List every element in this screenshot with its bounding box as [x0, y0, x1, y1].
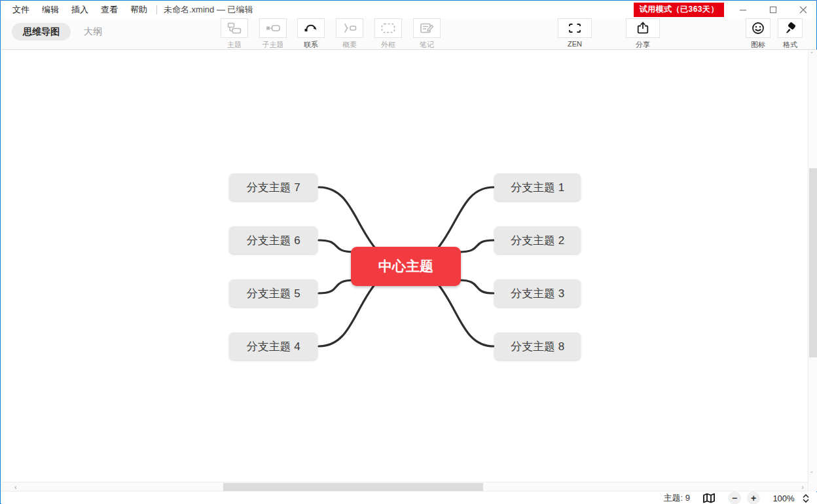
branch-topic-2[interactable]: 分支主题 2: [494, 226, 581, 254]
zoom-out-button[interactable]: −: [728, 492, 741, 504]
toolbar-button-summary[interactable]: 概要: [336, 18, 363, 50]
zoom-stepper[interactable]: [803, 494, 809, 503]
toolbar-button-subtopic[interactable]: 子主题: [259, 18, 287, 50]
zen-mode-icon: [558, 18, 592, 38]
marker-smiley-icon: [746, 18, 771, 38]
branch-topic-7[interactable]: 分支主题 7: [229, 173, 318, 201]
share-icon: [626, 18, 660, 38]
vertical-scrollbar-thumb[interactable]: [809, 168, 817, 357]
branch-topic-1[interactable]: 分支主题 1: [494, 173, 581, 201]
status-bar: 主题: 9 − + 100%: [1, 492, 817, 504]
toolbar: 思维导图 大纲 主题 子主题 联系 概要: [1, 18, 816, 50]
window-controls: [736, 4, 810, 16]
format-brush-icon: [778, 18, 803, 38]
zoom-in-button[interactable]: +: [747, 492, 760, 504]
boundary-icon: [374, 18, 402, 38]
toolbar-button-zen-mode[interactable]: ZEN: [558, 18, 592, 48]
mindmap-canvas[interactable]: 中心主题 分支主题 1 分支主题 2 分支主题 3 分支主题 8 分支主题 7 …: [1, 50, 808, 482]
tab-outline[interactable]: 大纲: [84, 26, 102, 38]
toolbar-button-relationship[interactable]: 联系: [297, 18, 325, 50]
toolbar-button-markers[interactable]: 图标: [746, 18, 771, 50]
menu-help[interactable]: 帮助: [130, 4, 147, 16]
subtopic-icon: [259, 18, 287, 38]
branch-topic-3[interactable]: 分支主题 3: [494, 279, 581, 307]
menu-insert[interactable]: 插入: [71, 4, 88, 16]
connection-line: [319, 280, 354, 293]
xmind-window: 文件 编辑 插入 查看 帮助 未命名.xmind — 已编辑 试用模式（已363…: [0, 0, 817, 504]
minimize-button[interactable]: [736, 4, 750, 16]
scroll-right-icon[interactable]: ›: [801, 484, 804, 491]
connection-line: [438, 187, 494, 248]
minimize-icon: [739, 6, 747, 14]
branch-topic-4[interactable]: 分支主题 4: [229, 333, 318, 360]
connection-line: [459, 280, 494, 293]
tab-mindmap[interactable]: 思维导图: [12, 23, 71, 41]
toolbar-button-topic[interactable]: 主题: [221, 18, 248, 50]
toolbar-button-share[interactable]: 分享: [626, 18, 660, 50]
horizontal-scrollbar[interactable]: ‹ ›: [1, 482, 808, 492]
relationship-icon: [297, 18, 325, 38]
scroll-left-icon[interactable]: ‹: [14, 484, 17, 491]
maximize-button[interactable]: [766, 4, 780, 16]
toolbar-button-format[interactable]: 格式: [778, 18, 803, 50]
branch-topic-5[interactable]: 分支主题 5: [229, 279, 318, 307]
central-topic[interactable]: 中心主题: [351, 247, 461, 286]
menu-bar: 文件 编辑 插入 查看 帮助: [12, 4, 147, 16]
document-title: 未命名.xmind — 已编辑: [164, 4, 253, 16]
chevron-down-icon: [803, 499, 809, 503]
topic-icon: [221, 18, 248, 38]
map-overview-button[interactable]: [700, 492, 717, 504]
chevron-up-icon: [803, 494, 809, 498]
menu-edit[interactable]: 编辑: [42, 4, 59, 16]
connection-line: [438, 284, 494, 346]
close-button[interactable]: [796, 4, 810, 16]
connection-line: [459, 240, 494, 252]
view-tabs: 思维导图 大纲: [12, 23, 102, 41]
title-bar: 文件 编辑 插入 查看 帮助 未命名.xmind — 已编辑 试用模式（已363…: [1, 1, 816, 18]
vertical-scrollbar[interactable]: ˇ ˇ: [808, 50, 817, 492]
zoom-level: 100%: [771, 494, 796, 503]
connection-line: [319, 240, 354, 252]
summary-icon: [336, 18, 363, 38]
horizontal-scrollbar-thumb[interactable]: [223, 483, 483, 491]
menu-view[interactable]: 查看: [101, 4, 118, 16]
scroll-down-icon[interactable]: ˇ: [810, 471, 813, 478]
scroll-up-icon[interactable]: ˇ: [810, 52, 813, 59]
toolbar-button-boundary[interactable]: 外框: [374, 18, 402, 50]
divider: [156, 5, 157, 14]
note-icon: [413, 18, 441, 38]
connection-line: [319, 187, 375, 248]
topic-count: 主题: 9: [664, 492, 690, 504]
menu-file[interactable]: 文件: [12, 4, 29, 16]
connection-line: [319, 284, 375, 346]
branch-topic-6[interactable]: 分支主题 6: [229, 226, 318, 254]
trial-mode-badge[interactable]: 试用模式（已363天）: [634, 3, 724, 17]
branch-topic-8[interactable]: 分支主题 8: [494, 333, 581, 360]
close-icon: [799, 6, 807, 14]
map-icon: [702, 493, 716, 503]
toolbar-button-note[interactable]: 笔记: [413, 18, 441, 50]
maximize-icon: [769, 6, 777, 14]
